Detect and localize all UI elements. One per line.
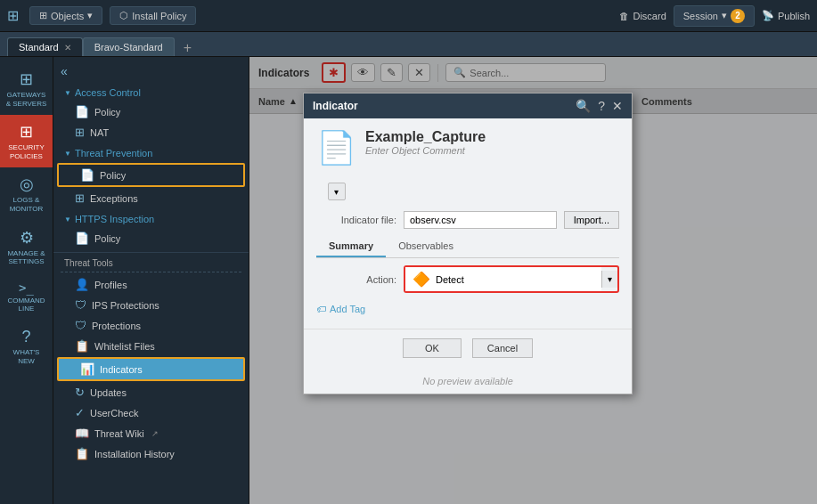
- security-policies-icon: ⊞: [20, 122, 33, 142]
- install-policy-button[interactable]: ⬡ Install Policy: [110, 6, 196, 25]
- nav-panel: « Access Control 📄 Policy ⊞ NAT Threat P…: [53, 57, 249, 504]
- sidebar-item-command-line[interactable]: >_ COMMANDLINE: [0, 273, 53, 321]
- sidebar-item-gateways[interactable]: ⊞ GATEWAYS& SERVERS: [0, 62, 53, 115]
- tab-add-button[interactable]: +: [178, 40, 197, 56]
- action-dropdown-arrow[interactable]: ▾: [601, 271, 617, 288]
- modal-icon-dropdown-button[interactable]: ▾: [328, 183, 346, 200]
- tab-summary-label: Summary: [329, 240, 373, 251]
- top-bar-right: 🗑 Discard Session ▾ 2 📡 Publish: [619, 5, 810, 27]
- nav-item-protections-label: Protections: [92, 321, 141, 331]
- modal-icon-area: 📄 ▾: [316, 129, 356, 200]
- profiles-icon: 👤: [75, 278, 89, 291]
- manage-settings-icon: ⚙: [20, 228, 34, 248]
- no-preview-text: No preview available: [304, 369, 632, 394]
- nav-section-threat-prevention: Threat Prevention 📄 Policy ⊞ Exceptions: [53, 144, 249, 208]
- tab-observables-label: Observables: [398, 240, 453, 251]
- sidebar-item-logs-monitor[interactable]: ◎ LOGS &MONITOR: [0, 167, 53, 220]
- tab-bravo-standard[interactable]: Bravo-Standard: [83, 37, 175, 56]
- modal-tabs: Summary Observables: [316, 236, 619, 258]
- sidebar-item-manage-settings[interactable]: ⚙ MANAGE &SETTINGS: [0, 221, 53, 273]
- objects-label: Objects: [51, 11, 84, 21]
- cancel-button[interactable]: Cancel: [472, 338, 533, 358]
- session-badge: 2: [731, 9, 745, 23]
- modal-help-button[interactable]: ?: [598, 99, 605, 113]
- nav-section-threat-prevention-header[interactable]: Threat Prevention: [53, 144, 249, 162]
- tab-observables[interactable]: Observables: [386, 236, 466, 257]
- objects-button[interactable]: ⊞ Objects ▾: [29, 6, 102, 25]
- threat-policy-icon: 📄: [80, 168, 94, 182]
- nav-item-exceptions-label: Exceptions: [90, 193, 138, 204]
- discard-icon: 🗑: [619, 11, 629, 21]
- icon-sidebar: ⊞ GATEWAYS& SERVERS ⊞ SECURITYPOLICIES ◎…: [0, 57, 53, 504]
- session-label: Session: [683, 11, 718, 21]
- publish-button[interactable]: 📡 Publish: [762, 10, 810, 21]
- https-policy-icon: 📄: [75, 232, 89, 245]
- indicator-file-input[interactable]: [404, 211, 557, 229]
- external-link-icon: ↗: [151, 429, 159, 438]
- nav-item-https-policy-label: Policy: [94, 233, 120, 244]
- threat-wiki-icon: 📖: [75, 427, 89, 440]
- logs-monitor-label: LOGS &MONITOR: [10, 196, 44, 213]
- tab-standard[interactable]: Standard ✕: [7, 37, 83, 56]
- sidebar-item-security-policies[interactable]: ⊞ SECURITYPOLICIES: [0, 115, 53, 167]
- discard-button[interactable]: 🗑 Discard: [619, 11, 666, 21]
- nav-item-ips-protections[interactable]: 🛡 IPS Protections: [53, 295, 249, 315]
- nav-item-threat-wiki-label: Threat Wiki: [94, 428, 144, 439]
- nav-item-whitelist-files[interactable]: 📋 Whitelist Files: [53, 336, 249, 356]
- nav-item-threat-policy[interactable]: 📄 Policy: [57, 163, 245, 187]
- discard-label: Discard: [633, 11, 666, 21]
- nav-item-protections[interactable]: 🛡 Protections: [53, 315, 249, 336]
- session-button[interactable]: Session ▾ 2: [674, 5, 755, 27]
- installation-history-icon: 📋: [75, 447, 89, 460]
- protections-icon: 🛡: [75, 319, 86, 332]
- modal-header-row: 📄 ▾ Example_Capture Enter Object Comment: [316, 129, 619, 200]
- gateways-label: GATEWAYS& SERVERS: [6, 91, 47, 108]
- logs-monitor-icon: ◎: [20, 175, 34, 194]
- nav-item-usercheck[interactable]: ✓ UserCheck: [53, 402, 249, 423]
- nav-item-threat-wiki[interactable]: 📖 Threat Wiki ↗: [53, 423, 249, 443]
- nav-item-access-control-policy[interactable]: 📄 Policy: [53, 102, 249, 122]
- tab-summary[interactable]: Summary: [316, 236, 386, 257]
- nav-item-profiles-label: Profiles: [94, 280, 127, 290]
- modal-footer: OK Cancel: [304, 329, 632, 369]
- add-tag-icon: 🏷: [316, 304, 326, 314]
- modal-object-name: Example_Capture: [365, 129, 619, 145]
- tab-bravo-label: Bravo-Standard: [94, 42, 163, 53]
- nav-item-nat[interactable]: ⊞ NAT: [53, 122, 249, 142]
- add-tag-label: Add Tag: [330, 304, 365, 314]
- nav-item-installation-history[interactable]: 📋 Installation History: [53, 443, 249, 464]
- import-button[interactable]: Import...: [564, 211, 619, 229]
- sidebar-item-whats-new[interactable]: ? WHAT'SNEW: [0, 321, 53, 372]
- ips-protections-icon: 🛡: [75, 298, 86, 312]
- nav-item-https-policy[interactable]: 📄 Policy: [53, 228, 249, 248]
- action-select[interactable]: 🔶 Detect: [405, 267, 601, 291]
- modal-close-button[interactable]: ✕: [612, 99, 623, 113]
- ok-button[interactable]: OK: [403, 338, 462, 358]
- updates-icon: ↻: [75, 386, 85, 399]
- indicators-icon: 📊: [80, 362, 94, 376]
- add-tag-button[interactable]: 🏷 Add Tag: [316, 300, 619, 318]
- whats-new-icon: ?: [21, 328, 30, 346]
- top-bar-left: ⊞ ⊞ Objects ▾ ⬡ Install Policy: [7, 6, 196, 25]
- modal-object-comment[interactable]: Enter Object Comment: [365, 145, 619, 156]
- modal-file-icon: 📄: [316, 129, 356, 167]
- main-layout: ⊞ GATEWAYS& SERVERS ⊞ SECURITYPOLICIES ◎…: [0, 57, 817, 504]
- action-detect-icon: 🔶: [413, 271, 430, 288]
- whitelist-icon: 📋: [75, 339, 89, 353]
- nav-item-profiles[interactable]: 👤 Profiles: [53, 274, 249, 295]
- nav-item-exceptions[interactable]: ⊞ Exceptions: [53, 188, 249, 208]
- modal-search-button[interactable]: 🔍: [576, 99, 591, 113]
- modal-overlay: Indicator 🔍 ? ✕ 📄 ▾: [249, 57, 817, 504]
- security-policies-label: SECURITYPOLICIES: [8, 143, 44, 160]
- tab-close-icon[interactable]: ✕: [64, 43, 71, 53]
- nav-item-policy-label: Policy: [94, 107, 120, 118]
- nav-collapse-button[interactable]: «: [53, 61, 249, 82]
- nav-item-indicators[interactable]: 📊 Indicators: [57, 357, 245, 381]
- nat-icon: ⊞: [75, 126, 85, 139]
- nav-section-access-control-header[interactable]: Access Control: [53, 84, 249, 102]
- whats-new-label: WHAT'SNEW: [13, 348, 40, 365]
- nav-section-https-header[interactable]: HTTPS Inspection: [53, 210, 249, 228]
- nav-item-updates[interactable]: ↻ Updates: [53, 382, 249, 402]
- tab-bar: Standard ✕ Bravo-Standard +: [0, 32, 817, 57]
- nav-item-threat-policy-label: Policy: [100, 170, 126, 181]
